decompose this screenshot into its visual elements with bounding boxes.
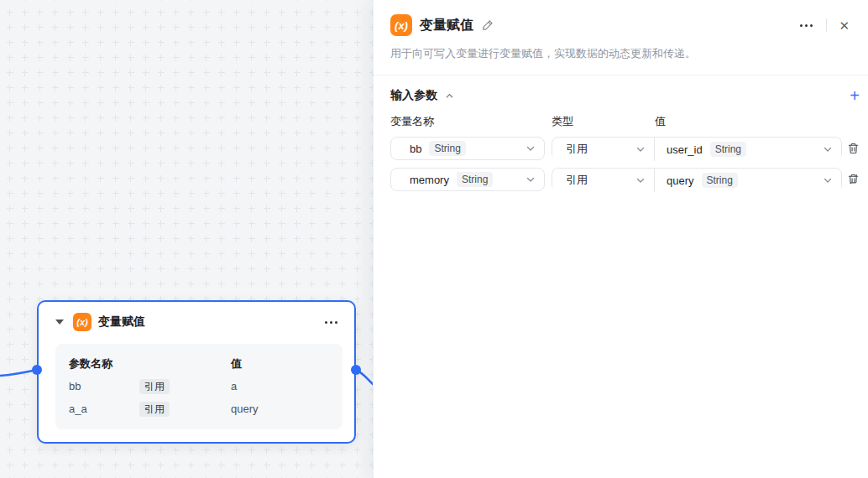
param-row: bb String 引用 user_id String — [390, 137, 861, 160]
type-badge: String — [457, 172, 493, 187]
param-value: query — [231, 403, 329, 415]
panel-header: (x) 变量赋值 ✕ — [374, 0, 868, 36]
variable-assign-icon: (x) — [73, 313, 92, 331]
edit-title-button[interactable] — [481, 18, 494, 32]
param-mode-badge: 引用 — [139, 402, 170, 417]
column-labels: 变量名称 类型 值 — [390, 114, 861, 129]
value-assign-group: 引用 query String — [552, 168, 842, 191]
param-name: bb — [69, 380, 139, 392]
variable-name-select[interactable]: bb String — [390, 137, 545, 160]
node-title: 变量赋值 — [98, 314, 145, 330]
node-header: (x) 变量赋值 — [39, 302, 354, 342]
workflow-canvas[interactable]: (x) 变量赋值 参数名称 值 bb 引用 a a_a 引用 query — [0, 0, 373, 478]
chevron-up-icon[interactable] — [445, 91, 454, 101]
type-badge: String — [702, 173, 738, 188]
variable-name: memory — [410, 174, 449, 186]
close-icon[interactable]: ✕ — [837, 18, 851, 34]
section-title: 输入参数 — [390, 88, 437, 103]
col-label-name: 变量名称 — [390, 114, 552, 129]
assign-mode-select[interactable]: 引用 — [552, 169, 655, 192]
delete-param-button[interactable] — [845, 171, 861, 188]
section-header: 输入参数 + — [390, 86, 861, 105]
type-badge: String — [710, 142, 746, 157]
node-table-row: bb 引用 a — [69, 375, 329, 397]
assign-mode: 引用 — [566, 173, 588, 188]
chevron-down-icon — [526, 174, 536, 184]
header-divider — [826, 18, 827, 32]
value-assign-group: 引用 user_id String — [552, 137, 842, 160]
chevron-down-icon — [526, 143, 536, 153]
param-value: a — [231, 380, 329, 392]
node-params-summary: 参数名称 值 bb 引用 a a_a 引用 query — [55, 344, 342, 429]
pencil-icon — [481, 18, 494, 32]
variable-name: bb — [410, 143, 421, 155]
node-output-port[interactable] — [351, 365, 361, 375]
param-name: a_a — [69, 403, 139, 415]
trash-icon — [847, 142, 860, 155]
value-ref: query — [667, 174, 694, 187]
chevron-down-icon — [635, 175, 646, 185]
chevron-down-icon — [823, 175, 833, 185]
value-ref: user_id — [667, 143, 703, 156]
value-select[interactable]: query String — [655, 169, 841, 192]
node-config-panel: (x) 变量赋值 ✕ 用于向可写入变量进行变量赋值，实现数据的动态更新和传递。 … — [373, 0, 868, 478]
node-col-value: 值 — [231, 356, 329, 371]
trash-icon — [847, 173, 860, 186]
node-collapse-caret-icon[interactable] — [55, 320, 64, 325]
assign-mode: 引用 — [566, 142, 588, 157]
input-params-section: 输入参数 + 变量名称 类型 值 bb String — [374, 75, 868, 191]
assign-mode-select[interactable]: 引用 — [552, 138, 655, 161]
node-description: 用于向可写入变量进行变量赋值，实现数据的动态更新和传递。 — [390, 46, 851, 61]
type-badge: String — [429, 141, 465, 156]
variable-assign-icon: (x) — [390, 14, 412, 36]
workflow-editor: (x) 变量赋值 参数名称 值 bb 引用 a a_a 引用 query — [0, 0, 868, 478]
node-table-header: 参数名称 值 — [69, 352, 329, 375]
add-param-button[interactable]: + — [848, 89, 861, 102]
delete-param-button[interactable] — [845, 140, 861, 157]
chevron-down-icon — [823, 144, 833, 154]
node-table-row: a_a 引用 query — [69, 397, 329, 420]
node-input-port[interactable] — [32, 365, 42, 375]
node-col-name: 参数名称 — [69, 356, 231, 371]
chevron-down-icon — [635, 144, 646, 154]
value-select[interactable]: user_id String — [655, 138, 841, 161]
panel-more-button[interactable] — [797, 19, 816, 32]
col-label-value: 值 — [655, 114, 666, 129]
param-row: memory String 引用 query Stri — [390, 168, 861, 191]
col-label-type: 类型 — [552, 114, 655, 129]
variable-assign-node[interactable]: (x) 变量赋值 参数名称 值 bb 引用 a a_a 引用 query — [37, 300, 356, 444]
panel-title: 变量赋值 — [420, 17, 473, 34]
variable-name-select[interactable]: memory String — [390, 168, 545, 191]
param-mode-badge: 引用 — [139, 379, 170, 394]
node-more-button[interactable] — [322, 318, 341, 327]
